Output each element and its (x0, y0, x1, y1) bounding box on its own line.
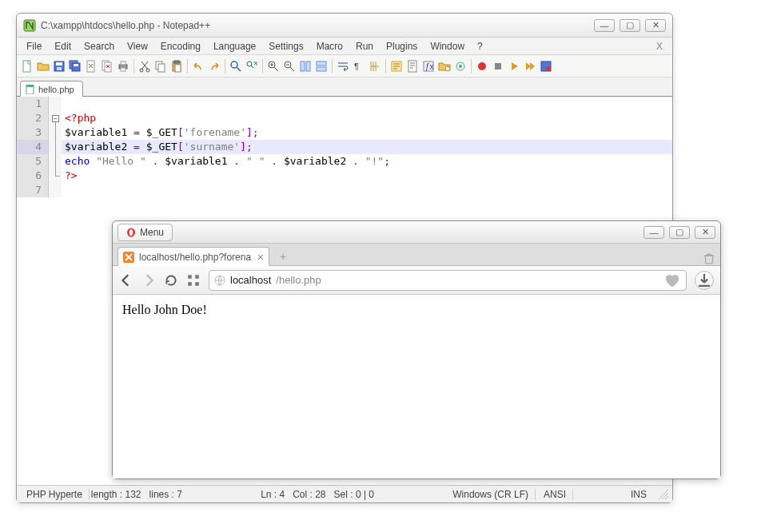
play-multi-icon[interactable] (523, 59, 537, 73)
npp-tabbar: hello.php (17, 77, 672, 97)
paste-icon[interactable] (169, 59, 184, 73)
doc-map-icon[interactable] (405, 59, 420, 73)
monitoring-icon[interactable] (453, 59, 468, 73)
address-host: localhost (230, 274, 271, 286)
status-length: length : 132 (91, 489, 141, 500)
svg-point-39 (459, 65, 462, 68)
opera-menu-button[interactable]: Menu (118, 224, 173, 241)
redo-icon[interactable] (207, 59, 221, 73)
svg-rect-1 (23, 61, 30, 72)
line-number: 1 (17, 97, 49, 111)
menu-edit[interactable]: Edit (48, 39, 78, 54)
print-icon[interactable] (116, 59, 130, 73)
svg-point-37 (445, 66, 450, 71)
record-macro-icon[interactable] (475, 59, 489, 73)
svg-point-40 (478, 62, 486, 70)
new-file-icon[interactable] (20, 59, 34, 73)
browser-page-content: Hello John Doe! (113, 295, 720, 478)
opera-minimize-button[interactable]: — (643, 226, 664, 239)
back-button[interactable] (119, 273, 133, 288)
svg-rect-49 (188, 275, 192, 279)
status-col: Col : 28 (293, 489, 325, 500)
save-all-icon[interactable] (68, 59, 82, 73)
svg-text:ƒx: ƒx (425, 62, 434, 71)
opera-maximize-button[interactable]: ▢ (669, 226, 690, 239)
menu-plugins[interactable]: Plugins (380, 39, 424, 54)
show-all-chars-icon[interactable]: ¶ (352, 59, 366, 73)
find-icon[interactable] (229, 59, 243, 73)
downloads-button[interactable] (695, 271, 714, 290)
menu-search[interactable]: Search (78, 39, 121, 54)
menu-run[interactable]: Run (349, 39, 380, 54)
opera-titlebar[interactable]: Menu — ▢ ✕ (113, 221, 720, 244)
menu-language[interactable]: Language (207, 39, 262, 54)
play-macro-icon[interactable] (507, 59, 521, 73)
indent-guide-icon[interactable] (368, 59, 382, 73)
close-all-icon[interactable] (100, 59, 114, 73)
tab-close-icon[interactable]: × (257, 251, 264, 264)
menu-file[interactable]: File (20, 39, 48, 54)
svg-rect-32 (410, 62, 415, 64)
new-tab-button[interactable]: + (274, 248, 292, 265)
reload-button[interactable] (164, 273, 178, 288)
opera-logo-icon (126, 228, 136, 237)
svg-point-47 (129, 229, 133, 236)
opera-tabstrip: localhost/hello.php?forena × + (113, 244, 720, 266)
fold-toggle-icon[interactable]: − (52, 115, 59, 122)
menubar-close-button[interactable]: X (650, 41, 669, 52)
svg-rect-26 (306, 62, 310, 71)
address-bar[interactable]: localhost/hello.php (209, 270, 687, 291)
close-file-icon[interactable] (84, 59, 98, 73)
menu-help[interactable]: ? (471, 39, 489, 54)
npp-close-button[interactable]: ✕ (645, 19, 666, 32)
wordwrap-icon[interactable] (336, 59, 350, 73)
menu-encoding[interactable]: Encoding (154, 39, 207, 54)
speed-dial-button[interactable] (186, 273, 201, 288)
svg-rect-3 (56, 62, 62, 66)
file-tab-hello-php[interactable]: hello.php (20, 81, 83, 97)
replace-icon[interactable] (245, 59, 259, 73)
lang-udl-icon[interactable] (389, 59, 404, 73)
save-macro-icon[interactable] (539, 59, 553, 73)
sync-v-icon[interactable] (298, 59, 313, 73)
stop-macro-icon[interactable] (491, 59, 505, 73)
page-info-icon[interactable] (214, 275, 225, 286)
page-output-text: Hello John Doe! (122, 303, 207, 316)
opera-toolbar: localhost/hello.php (113, 266, 720, 295)
svg-rect-50 (195, 275, 199, 279)
save-icon[interactable] (52, 59, 66, 73)
zoom-in-icon[interactable] (266, 59, 281, 73)
function-list-icon[interactable]: ƒx (421, 59, 436, 73)
closed-tabs-icon[interactable] (703, 252, 715, 265)
opera-close-button[interactable]: ✕ (695, 226, 715, 239)
file-icon (26, 85, 35, 94)
npp-titlebar[interactable]: C:\xampp\htdocs\hello.php - Notepad++ — … (17, 14, 672, 38)
resize-grip-icon[interactable] (658, 489, 669, 500)
copy-icon[interactable] (153, 59, 168, 73)
menu-view[interactable]: View (121, 39, 154, 54)
npp-statusbar: PHP Hyperte length : 132 lines : 7 Ln : … (17, 485, 672, 502)
npp-minimize-button[interactable]: — (594, 19, 615, 32)
address-path: /hello.php (276, 274, 321, 286)
npp-maximize-button[interactable]: ▢ (620, 19, 640, 32)
line-number: 3 (17, 125, 49, 140)
undo-icon[interactable] (191, 59, 205, 73)
cut-icon[interactable] (137, 59, 152, 73)
menu-window[interactable]: Window (424, 39, 471, 54)
menu-macro[interactable]: Macro (310, 39, 349, 54)
svg-rect-20 (175, 65, 181, 72)
line-number: 5 (17, 154, 49, 169)
status-ln: Ln : 4 (261, 489, 285, 500)
open-file-icon[interactable] (36, 59, 50, 73)
bookmark-heart-icon[interactable] (663, 272, 681, 289)
menu-settings[interactable]: Settings (262, 39, 309, 54)
svg-text:¶: ¶ (354, 62, 359, 71)
zoom-out-icon[interactable] (282, 59, 297, 73)
svg-point-43 (546, 66, 551, 71)
browser-tab[interactable]: localhost/hello.php?forena × (118, 247, 269, 266)
folder-as-workspace-icon[interactable] (437, 59, 452, 73)
forward-button[interactable] (141, 273, 156, 288)
status-eol: Windows (CR LF) (446, 489, 536, 500)
sync-h-icon[interactable] (314, 59, 329, 73)
line-number: 2 (17, 111, 49, 125)
